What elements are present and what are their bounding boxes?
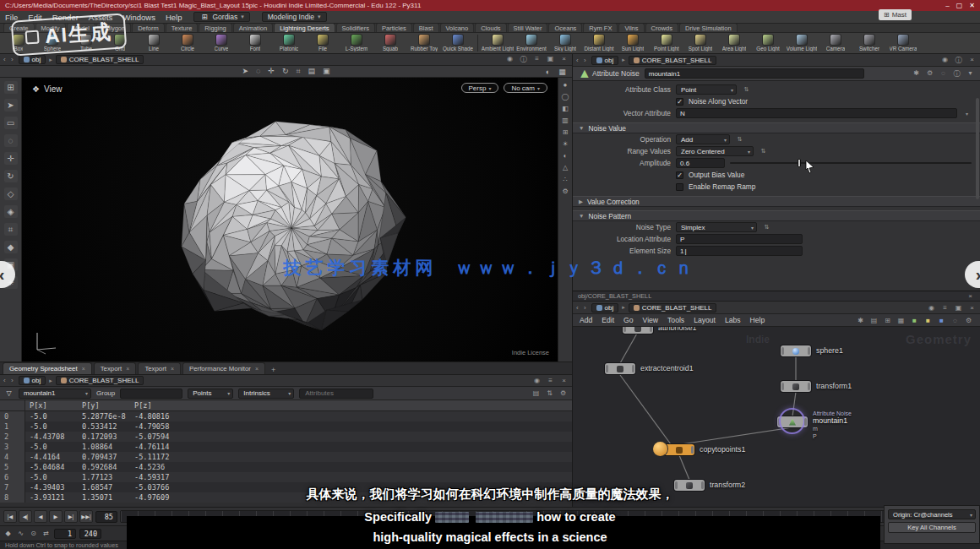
- shelf-tool-circle[interactable]: Circle: [171, 35, 204, 52]
- pane-tab-performance-monitor[interactable]: Performance Monitor×: [182, 362, 265, 374]
- network-canvas[interactable]: Geometry Indie attribnoise1extractcentro…: [573, 327, 980, 507]
- shelf-tool-line[interactable]: Line: [137, 35, 171, 52]
- element-size-field[interactable]: 1|: [676, 246, 803, 256]
- shelf-tool-sky-light[interactable]: Sky Light: [548, 35, 582, 52]
- split-icon[interactable]: ◧: [562, 105, 569, 112]
- shelf-tab-blast[interactable]: Blast: [413, 24, 439, 32]
- net-menu-view[interactable]: View: [643, 316, 658, 324]
- node-copytopoints1[interactable]: copytopoints1: [664, 444, 694, 455]
- section-noise-value[interactable]: ▼ Noise Value: [573, 122, 980, 133]
- net-menu-layout[interactable]: Layout: [694, 316, 716, 324]
- section-noise-pattern[interactable]: ▼ Noise Pattern: [573, 210, 980, 221]
- sort-icon[interactable]: ⇅: [545, 389, 554, 397]
- close-icon[interactable]: ×: [126, 366, 129, 372]
- menu-icon[interactable]: ≡: [546, 377, 555, 384]
- column-header-p-y[interactable]: P[y]: [78, 400, 130, 410]
- shelf-tool-font[interactable]: Font: [238, 35, 272, 52]
- key-icon[interactable]: ◆: [4, 241, 18, 253]
- minimize-button[interactable]: –: [945, 2, 949, 9]
- pane-split-icon[interactable]: ▣: [546, 55, 555, 64]
- lasso-icon[interactable]: ◌: [4, 134, 18, 147]
- section-value-correction[interactable]: ▶ Value Correction: [573, 196, 980, 207]
- stepper-icon[interactable]: ⇅: [762, 224, 771, 231]
- handles-icon[interactable]: ◈: [4, 205, 18, 218]
- view-menu[interactable]: ❖ View: [32, 84, 62, 94]
- pin-icon[interactable]: ◉: [940, 56, 950, 65]
- info-icon[interactable]: ⓘ: [952, 69, 961, 79]
- path-root-chip[interactable]: obj: [19, 376, 46, 385]
- layout-icon[interactable]: ▤: [869, 317, 879, 324]
- stepper-icon[interactable]: ⇅: [759, 148, 768, 155]
- table-row[interactable]: 1-5.00.533412-4.79058: [0, 421, 572, 432]
- net-menu-labs[interactable]: Labs: [725, 316, 741, 324]
- scrollbar[interactable]: [976, 98, 979, 199]
- shelf-tab-vilns[interactable]: Vilns: [618, 24, 644, 32]
- close-icon[interactable]: ×: [255, 366, 259, 372]
- node-mountain1[interactable]: Attribute Noisemountain1mP: [777, 416, 808, 427]
- pane-close-icon[interactable]: ×: [559, 55, 569, 64]
- shelf-tool-ambient-light[interactable]: Ambient Light: [481, 35, 514, 52]
- stepper-icon[interactable]: ⇅: [735, 136, 744, 143]
- shelf-tool-distant-light[interactable]: Distant Light: [582, 35, 616, 52]
- pane-close-icon[interactable]: ×: [967, 304, 977, 312]
- shelf-tab-clouds[interactable]: Clouds: [475, 24, 506, 32]
- wrench-icon[interactable]: ⚙: [925, 69, 934, 79]
- noise-type-dropdown[interactable]: Simplex▾: [676, 222, 757, 232]
- filter-icon[interactable]: ▽: [4, 389, 14, 397]
- node-extractcentroid1[interactable]: extractcentroid1: [605, 363, 635, 374]
- path-node-chip[interactable]: CORE_BLAST_SHELL: [629, 56, 717, 65]
- noise-along-vector-checkbox[interactable]: ✓: [676, 98, 683, 106]
- close-icon[interactable]: ×: [82, 366, 85, 372]
- node-selector[interactable]: mountain1▾: [19, 389, 91, 399]
- shelf-tab-volcano[interactable]: Volcano: [440, 24, 475, 32]
- scale-icon[interactable]: ◇: [4, 188, 18, 200]
- select-icon[interactable]: ➤: [4, 99, 18, 111]
- flag-yellow-icon[interactable]: ■: [923, 317, 933, 324]
- snapshot-icon[interactable]: ▦: [558, 68, 567, 76]
- menu-windows[interactable]: Windows: [122, 13, 155, 22]
- select-icon[interactable]: ➤: [242, 67, 248, 76]
- layout-icon[interactable]: ▤: [308, 67, 316, 76]
- color-palette-icon[interactable]: ▦: [896, 317, 906, 324]
- vector-attribute-field[interactable]: N: [676, 108, 957, 118]
- path-root-chip[interactable]: obj: [19, 55, 46, 64]
- shelf-tab-lightning-deserts[interactable]: Lightning Deserts: [274, 24, 335, 32]
- persp-selector[interactable]: Persp ▾: [461, 83, 499, 93]
- shelf-tab-still-water[interactable]: Still Water: [508, 24, 548, 32]
- pin-icon[interactable]: ◉: [927, 304, 936, 312]
- shelf-tool-camera[interactable]: Camera: [819, 35, 852, 52]
- path-back-icon[interactable]: ‹ ›: [576, 57, 588, 64]
- camera-selector[interactable]: No cam ▾: [504, 83, 547, 93]
- wire-icon[interactable]: ◯: [562, 93, 569, 101]
- shelf-tab-animation[interactable]: Animation: [233, 24, 273, 32]
- range-values-dropdown[interactable]: Zero Centered▾: [676, 146, 754, 156]
- columns-icon[interactable]: ▤: [531, 389, 541, 397]
- path-node-chip[interactable]: CORE_BLAST_SHELL: [56, 55, 144, 64]
- shelf-tool-quick-shade[interactable]: Quick Shade: [441, 35, 475, 52]
- rotate-icon[interactable]: ↻: [282, 67, 289, 76]
- shelf-tool-switcher[interactable]: Switcher: [852, 35, 886, 52]
- shelf-tab-particles[interactable]: Particles: [376, 24, 412, 32]
- chevron-down-icon[interactable]: ▾: [962, 111, 972, 117]
- net-menu-tools[interactable]: Tools: [667, 316, 684, 324]
- path-back-icon[interactable]: ‹ ›: [3, 56, 15, 63]
- amplitude-slider[interactable]: [730, 159, 972, 167]
- net-menu-help[interactable]: Help: [750, 316, 765, 324]
- chevron-down-icon[interactable]: ▾: [966, 69, 975, 79]
- new-tab-button[interactable]: +: [267, 366, 280, 374]
- shelf-tool-sun-light[interactable]: Sun Light: [616, 35, 650, 52]
- net-menu-add[interactable]: Add: [580, 316, 592, 324]
- shelf-tab-rigging[interactable]: Rigging: [199, 24, 231, 32]
- grid-icon[interactable]: ⊞: [883, 317, 892, 324]
- menu-icon[interactable]: ≡: [532, 55, 542, 64]
- tools-icon[interactable]: ✱: [856, 317, 865, 324]
- title-bar[interactable]: C:/Users/Media/Documents/TheDirectory/sc…: [0, 0, 980, 11]
- move-icon[interactable]: ✛: [268, 67, 275, 76]
- slider-handle[interactable]: [798, 159, 801, 167]
- shaded-icon[interactable]: ●: [564, 81, 568, 89]
- eye-icon[interactable]: ◐: [543, 68, 553, 76]
- gear-icon[interactable]: ⚙: [964, 317, 973, 324]
- table-row[interactable]: 4-4.41640.709437-5.11172: [0, 452, 572, 462]
- shelf-tool-squab[interactable]: Squab: [373, 35, 407, 52]
- move-icon[interactable]: ✛: [4, 152, 18, 165]
